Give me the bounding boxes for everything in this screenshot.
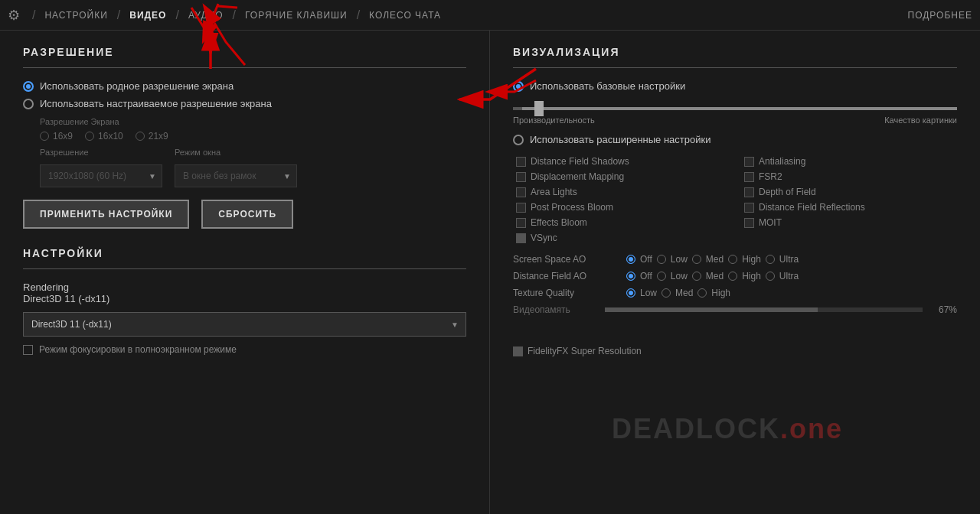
cb-dfr[interactable] xyxy=(744,203,754,213)
dfao-options: Off Low Med High Ultra xyxy=(626,271,799,281)
more-button[interactable]: ПОДРОБНЕЕ xyxy=(908,10,972,21)
rendering-select[interactable]: Direct3D 11 (-dx11) Direct3D 12 (-dx12) … xyxy=(23,312,466,337)
focus-mode-checkbox[interactable] xyxy=(23,345,33,355)
cb-fsr2-label: FSR2 xyxy=(759,171,782,182)
use-native-radio-label[interactable]: Использовать родное разрешение экрана xyxy=(23,80,466,92)
check-displacement-mapping[interactable]: Displacement Mapping xyxy=(516,171,729,182)
window-mode-dropdown-wrapper: В окне без рамок ▼ xyxy=(175,164,297,187)
nav-item-chat-wheel[interactable]: КОЛЕСО ЧАТА xyxy=(366,10,444,21)
dfao-ultra-label: Ultra xyxy=(779,271,799,281)
resolution-divider xyxy=(23,67,466,68)
ssao-med-label: Med xyxy=(706,254,724,265)
slider-labels: Производительность Качество картинки xyxy=(513,115,957,125)
dfao-ultra-radio[interactable] xyxy=(766,272,775,281)
check-fsr2[interactable]: FSR2 xyxy=(744,171,957,182)
nav-item-audio[interactable]: АУДИО xyxy=(185,10,227,21)
use-basic-radio[interactable] xyxy=(513,81,524,92)
gear-icon[interactable]: ⚙ xyxy=(8,7,20,24)
nav-separator-4: / xyxy=(233,8,236,22)
use-advanced-radio[interactable] xyxy=(513,135,524,145)
left-panel: РАЗРЕШЕНИЕ Использовать родное разрешени… xyxy=(0,31,490,514)
check-antialiasing[interactable]: Antialiasing xyxy=(744,156,957,167)
ssao-med-radio[interactable] xyxy=(692,255,701,264)
dfao-label: Distance Field AO xyxy=(513,271,620,281)
aspect-21x9-label: 21x9 xyxy=(136,131,168,142)
resolution-select[interactable]: 1920x1080 (60 Hz) xyxy=(40,164,162,187)
performance-label: Производительность xyxy=(513,115,595,125)
dfao-med-radio[interactable] xyxy=(692,272,701,281)
vram-row: Видеопамять 67% xyxy=(513,304,957,315)
cb-vsync[interactable] xyxy=(516,233,526,243)
check-moit[interactable]: MOIT xyxy=(744,217,957,228)
ssao-row: Screen Space AO Off Low Med High Ultra xyxy=(513,254,957,265)
nav-item-settings[interactable]: НАСТРОЙКИ xyxy=(41,10,110,21)
use-native-label-text: Использовать родное разрешение экрана xyxy=(40,80,234,92)
cb-post-process-bloom[interactable] xyxy=(516,203,526,213)
use-basic-radio-label[interactable]: Использовать базовые настройки xyxy=(513,80,957,92)
dfao-high-radio[interactable] xyxy=(728,272,737,281)
use-native-radio[interactable] xyxy=(23,81,34,92)
right-panel: ВИЗУАЛИЗАЦИЯ Использовать базовые настро… xyxy=(490,31,980,514)
aspect-16x9-radio xyxy=(40,132,49,141)
settings-section-title: НАСТРОЙКИ xyxy=(23,247,466,259)
cb-fsr2[interactable] xyxy=(744,172,754,182)
apply-button[interactable]: ПРИМЕНИТЬ НАСТРОЙКИ xyxy=(23,200,189,229)
aspect-16x9-text: 16x9 xyxy=(53,131,73,142)
cb-effects-bloom[interactable] xyxy=(516,218,526,228)
cb-moit[interactable] xyxy=(744,218,754,228)
check-depth-of-field[interactable]: Depth of Field xyxy=(744,187,957,197)
viz-divider xyxy=(513,67,957,68)
focus-mode-label[interactable]: Режим фокусировки в полноэкранном режиме xyxy=(23,344,466,355)
cb-eb-label: Effects Bloom xyxy=(531,217,587,228)
ssao-low-radio[interactable] xyxy=(657,255,666,264)
aspect-21x9-text: 21x9 xyxy=(149,131,168,142)
check-dfr[interactable]: Distance Field Reflections xyxy=(744,202,957,213)
reset-button[interactable]: СБРОСИТЬ xyxy=(201,200,293,229)
rendering-label: Rendering xyxy=(23,281,466,293)
check-area-lights[interactable]: Area Lights xyxy=(516,187,729,197)
use-custom-radio[interactable] xyxy=(23,99,34,109)
nav-item-hotkeys[interactable]: ГОРЯЧИЕ КЛАВИШИ xyxy=(242,10,351,21)
texture-label: Texture Quality xyxy=(513,288,620,298)
dfao-off-radio[interactable] xyxy=(626,272,635,281)
use-custom-radio-label[interactable]: Использовать настраиваемое разрешение эк… xyxy=(23,98,466,109)
cb-antialiasing[interactable] xyxy=(744,157,754,167)
ssao-off-radio[interactable] xyxy=(626,255,635,264)
focus-mode-text: Режим фокусировки в полноэкранном режиме xyxy=(39,344,237,355)
vram-label: Видеопамять xyxy=(513,304,597,315)
viz-quality-slider[interactable] xyxy=(513,107,957,110)
resolution-radio-group: Использовать родное разрешение экрана Ис… xyxy=(23,80,466,109)
resolution-dropdown-row: Разрешение 1920x1080 (60 Hz) ▼ Режим окн… xyxy=(40,148,466,187)
nav-item-video[interactable]: ВИДЕО xyxy=(126,10,169,21)
cb-area-lights[interactable] xyxy=(516,187,526,197)
texture-med-radio[interactable] xyxy=(662,288,671,298)
ssao-high-radio[interactable] xyxy=(728,255,737,264)
nav-separator-1: / xyxy=(32,8,35,22)
viz-section-title: ВИЗУАЛИЗАЦИЯ xyxy=(513,46,957,58)
cb-ppb-label: Post Process Bloom xyxy=(531,202,613,213)
resolution-section-title: РАЗРЕШЕНИЕ xyxy=(23,46,466,58)
aspect-21x9-radio xyxy=(136,132,145,141)
cb-distance-field-shadows[interactable] xyxy=(516,157,526,167)
window-mode-select[interactable]: В окне без рамок xyxy=(175,164,297,187)
check-vsync[interactable]: VSync xyxy=(516,233,729,243)
ssao-ultra-radio[interactable] xyxy=(766,255,775,264)
texture-high-radio[interactable] xyxy=(697,288,707,298)
use-advanced-radio-label[interactable]: Использовать расширенные настройки xyxy=(513,134,957,145)
cb-displacement-mapping[interactable] xyxy=(516,172,526,182)
cb-depth-of-field[interactable] xyxy=(744,187,754,197)
vram-progress-fill xyxy=(605,307,818,312)
texture-low-label: Low xyxy=(640,288,657,298)
check-effects-bloom[interactable]: Effects Bloom xyxy=(516,217,729,228)
texture-low-radio[interactable] xyxy=(626,288,635,298)
resolution-dropdown-group: Разрешение 1920x1080 (60 Hz) ▼ xyxy=(40,148,162,187)
watermark-accent: .one xyxy=(780,413,843,444)
dfao-low-radio[interactable] xyxy=(657,272,666,281)
fidelity-checkbox[interactable] xyxy=(513,346,523,356)
ssao-options: Off Low Med High Ultra xyxy=(626,254,799,265)
check-post-process-bloom[interactable]: Post Process Bloom xyxy=(516,202,729,213)
check-distance-field-shadows[interactable]: Distance Field Shadows xyxy=(516,156,729,167)
cb-vsync-label: VSync xyxy=(531,233,557,243)
cb-dfs-label: Distance Field Shadows xyxy=(531,156,629,167)
texture-options: Low Med High xyxy=(626,288,730,298)
